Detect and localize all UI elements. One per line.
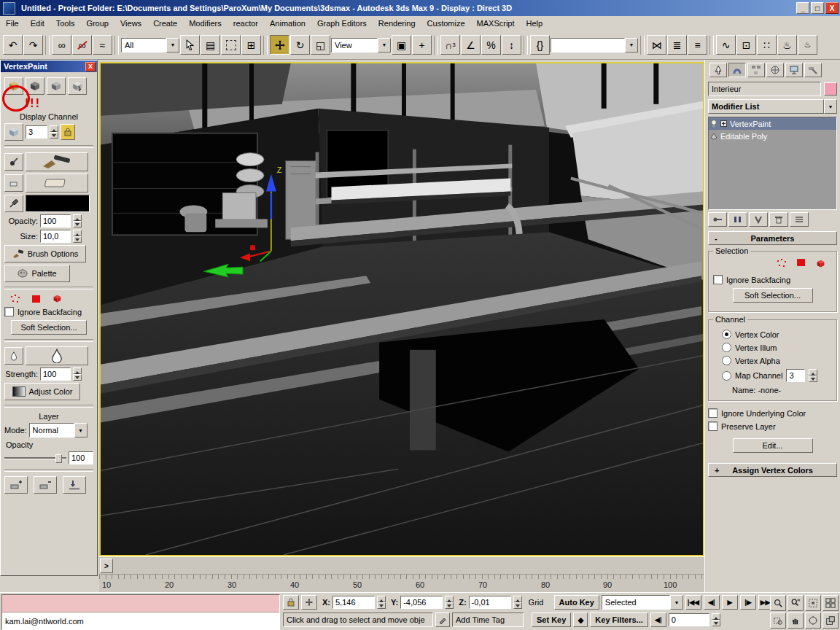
menu-create[interactable]: Create bbox=[147, 18, 183, 29]
size-spinner[interactable] bbox=[73, 230, 82, 243]
vertex-color-display-button[interactable] bbox=[4, 77, 23, 95]
element-selection-icon[interactable] bbox=[52, 294, 63, 303]
configure-modifier-sets-button[interactable] bbox=[790, 212, 809, 227]
ignore-underlying-checkbox[interactable] bbox=[708, 408, 718, 418]
palette-button[interactable]: Palette bbox=[4, 265, 70, 282]
angle-snap-button[interactable]: ∠ bbox=[461, 35, 481, 55]
close-button[interactable]: X bbox=[825, 2, 839, 14]
vertexpaint-close-button[interactable]: X bbox=[85, 62, 96, 71]
vertex-alpha-radio[interactable] bbox=[722, 356, 731, 365]
paint-color-swatch[interactable] bbox=[26, 195, 90, 212]
mirror-button[interactable]: ⋈ bbox=[647, 35, 666, 55]
strength-spinner[interactable] bbox=[73, 368, 82, 381]
soft-selection-button[interactable]: Soft Selection... bbox=[733, 288, 813, 303]
object-name-field[interactable]: Interieur bbox=[708, 82, 821, 96]
select-and-rotate-button[interactable]: ↻ bbox=[290, 35, 310, 55]
select-and-move-button[interactable] bbox=[270, 35, 289, 55]
blur-dot-button[interactable] bbox=[4, 347, 23, 365]
curve-editor-button[interactable]: ∿ bbox=[716, 35, 736, 55]
listener-pane[interactable]: kam.lai@ntlworld.com bbox=[2, 612, 279, 629]
viewport[interactable]: Z bbox=[99, 62, 704, 556]
auto-key-button[interactable]: Auto Key bbox=[554, 595, 599, 610]
go-to-start-button[interactable]: |◀◀ bbox=[685, 595, 701, 610]
ignore-backfacing-checkbox[interactable] bbox=[4, 307, 14, 316]
quick-render-button[interactable]: ♨ bbox=[798, 35, 817, 55]
edit-named-selections-button[interactable]: {} bbox=[530, 35, 550, 55]
display-channel-field[interactable]: 3 bbox=[26, 125, 47, 139]
z-spinner[interactable] bbox=[513, 596, 522, 609]
blur-brush-button[interactable] bbox=[26, 346, 88, 365]
select-by-name-button[interactable]: ▤ bbox=[201, 35, 220, 55]
previous-frame-button[interactable]: ◀| bbox=[704, 595, 720, 610]
paint-brush-button[interactable] bbox=[26, 152, 88, 171]
vertex-alpha-display-button[interactable] bbox=[68, 77, 87, 95]
reference-coordinate-dropdown[interactable]: View ▼ bbox=[331, 38, 391, 52]
y-spinner[interactable] bbox=[445, 596, 454, 609]
pan-button[interactable] bbox=[788, 612, 804, 629]
modifier-stack[interactable]: VertexPaint Editable Poly bbox=[708, 117, 837, 210]
select-and-scale-button[interactable]: ◱ bbox=[311, 35, 330, 55]
remove-modifier-button[interactable] bbox=[769, 212, 788, 227]
map-channel-radio[interactable] bbox=[722, 371, 731, 381]
percent-snap-button[interactable]: % bbox=[481, 35, 501, 55]
tab-create[interactable] bbox=[709, 63, 727, 77]
key-filters-button[interactable]: Key Filters... bbox=[590, 612, 648, 627]
x-coordinate-field[interactable]: 5,146 bbox=[332, 596, 375, 609]
snap-toggle-button[interactable]: ∩3 bbox=[440, 35, 460, 55]
condense-layers-button[interactable] bbox=[63, 476, 86, 494]
use-pivot-center-button[interactable]: ▣ bbox=[392, 35, 411, 55]
vertex-color-radio[interactable] bbox=[722, 330, 731, 339]
menu-help[interactable]: Help bbox=[521, 18, 549, 29]
pin-stack-button[interactable] bbox=[708, 212, 727, 227]
zoom-button[interactable] bbox=[770, 595, 786, 611]
vertexpaint-title-bar[interactable]: VertexPaint X bbox=[1, 61, 97, 72]
modifier-list-dropdown[interactable]: Modifier List ▼ bbox=[708, 99, 837, 114]
frame-spinner[interactable] bbox=[712, 613, 720, 626]
unlink-button[interactable]: ∞ bbox=[72, 35, 92, 55]
set-key-button[interactable]: Set Key bbox=[532, 612, 571, 627]
object-color-swatch[interactable] bbox=[824, 82, 837, 96]
new-layer-button[interactable] bbox=[4, 476, 28, 494]
face-selection-icon[interactable] bbox=[32, 295, 40, 303]
current-frame-field[interactable]: 0 bbox=[669, 613, 709, 626]
vertex-illum-radio[interactable] bbox=[722, 343, 731, 352]
size-field[interactable]: 10,0 bbox=[40, 230, 71, 243]
menu-tools[interactable]: Tools bbox=[50, 18, 81, 29]
selection-set-dropdown[interactable]: Selected ▼ bbox=[602, 595, 683, 610]
dropdown-arrow-icon[interactable]: ▼ bbox=[625, 38, 638, 52]
selection-filter-dropdown[interactable]: All ▼ bbox=[121, 38, 179, 52]
zoom-extents-button[interactable] bbox=[805, 595, 821, 611]
menu-modifiers[interactable]: Modifiers bbox=[183, 18, 228, 29]
opacity-field[interactable]: 100 bbox=[40, 214, 71, 228]
menu-customize[interactable]: Customize bbox=[421, 18, 471, 29]
minimize-button[interactable]: _ bbox=[796, 2, 809, 14]
menu-views[interactable]: Views bbox=[114, 18, 147, 29]
mini-curve-editor-button[interactable]: > bbox=[100, 559, 113, 573]
menu-maxscript[interactable]: MAXScript bbox=[471, 18, 521, 29]
maximize-button[interactable]: □ bbox=[811, 2, 824, 14]
dropdown-arrow-icon[interactable]: ▼ bbox=[74, 423, 88, 438]
select-object-button[interactable] bbox=[180, 35, 200, 55]
time-slider-track[interactable]: > bbox=[99, 556, 704, 575]
y-coordinate-field[interactable]: -4,056 bbox=[400, 596, 443, 609]
menu-graph-editors[interactable]: Graph Editors bbox=[311, 18, 373, 29]
align-button[interactable]: ≣ bbox=[667, 35, 687, 55]
edit-button[interactable]: Edit... bbox=[733, 438, 813, 453]
maximize-viewport-button[interactable] bbox=[822, 612, 839, 629]
dropdown-arrow-icon[interactable]: ▼ bbox=[166, 38, 179, 52]
pick-color-button[interactable] bbox=[4, 195, 23, 212]
tab-motion[interactable] bbox=[766, 63, 784, 77]
menu-animation[interactable]: Animation bbox=[264, 18, 311, 29]
schematic-view-button[interactable]: ⊡ bbox=[736, 35, 756, 55]
eraser-button[interactable] bbox=[26, 174, 88, 192]
layer-opacity-slider[interactable] bbox=[4, 457, 66, 459]
z-coordinate-field[interactable]: -0,01 bbox=[469, 596, 511, 609]
parameters-rollout[interactable]: - Parameters bbox=[708, 231, 837, 245]
soft-selection-button[interactable]: Soft Selection... bbox=[11, 320, 87, 335]
selection-region-button[interactable] bbox=[221, 35, 241, 55]
stack-row-editable-poly[interactable]: Editable Poly bbox=[709, 130, 836, 142]
lock-channel-button[interactable] bbox=[61, 124, 75, 140]
bind-to-spacewarp-button[interactable]: ≈ bbox=[93, 35, 112, 55]
select-and-link-button[interactable]: ∞ bbox=[52, 35, 71, 55]
select-and-manipulate-button[interactable]: + bbox=[412, 35, 432, 55]
